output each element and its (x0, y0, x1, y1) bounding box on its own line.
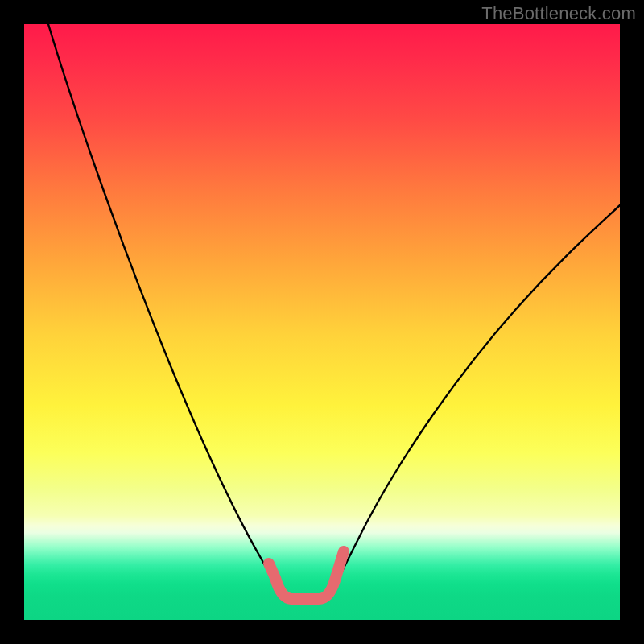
plot-area (24, 24, 620, 620)
left-branch-curve (48, 24, 280, 593)
watermark-text: TheBottleneck.com (481, 3, 636, 24)
right-branch-curve (331, 205, 620, 593)
bottom-connector-curve (269, 551, 344, 599)
curve-layer (24, 24, 620, 620)
chart-frame: TheBottleneck.com (0, 0, 644, 644)
